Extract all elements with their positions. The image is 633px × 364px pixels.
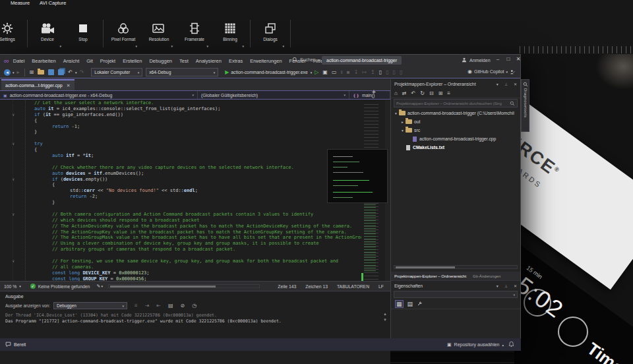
- undo-icon[interactable]: ↶: [68, 67, 73, 78]
- solution-explorer-header[interactable]: Projektmappen-Explorer – Ordneransicht ▾…: [391, 79, 520, 88]
- notifications-bell-icon[interactable]: [508, 341, 514, 348]
- eol-indicator[interactable]: LF: [378, 284, 384, 289]
- code-line[interactable]: {: [0, 147, 361, 153]
- tab-measure[interactable]: Measure: [11, 0, 30, 6]
- find-next-icon[interactable]: ⇥: [145, 303, 150, 309]
- search-box[interactable]: Suchen ▾: [292, 57, 319, 63]
- ribbon-button-settings[interactable]: Settings: [0, 18, 25, 49]
- run-without-debug-icon[interactable]: ▷: [315, 67, 318, 78]
- run-button[interactable]: ▶ action-command-broadcast-trigger.exe ▾: [225, 67, 313, 78]
- save-all-icon[interactable]: [58, 69, 64, 75]
- pin-icon[interactable]: ⊥: [504, 284, 508, 288]
- fold-chevron-icon[interactable]: ∨: [0, 141, 26, 147]
- ribbon-button-dialogs[interactable]: Dialogs▾: [253, 18, 288, 49]
- home-icon[interactable]: ⌂: [394, 90, 398, 96]
- ribbon-button-stop[interactable]: Stop: [65, 18, 101, 49]
- tree-item[interactable]: ▾action-command-broadcast-trigger (C:\Us…: [391, 109, 520, 117]
- menu-ansicht[interactable]: Ansicht: [63, 58, 80, 64]
- member-dropdown[interactable]: ❴❵ main(): [349, 91, 390, 99]
- clear-all-icon[interactable]: ⊘: [181, 303, 185, 309]
- categorized-icon[interactable]: ▦: [395, 300, 404, 308]
- tree-item[interactable]: action-command-broadcast-trigger.cpp: [391, 135, 520, 143]
- save-icon[interactable]: [48, 69, 54, 75]
- search-input[interactable]: [396, 102, 510, 106]
- code-line[interactable]: [0, 135, 361, 141]
- expand-all-icon[interactable]: ⊞: [438, 90, 443, 96]
- step-over-icon[interactable]: ↦: [362, 67, 367, 78]
- tree-expander-icon[interactable]: ▸: [400, 120, 405, 124]
- solution-explorer-search[interactable]: [394, 99, 518, 107]
- code-line[interactable]: }: [0, 129, 361, 135]
- close-tab-icon[interactable]: ✕: [67, 83, 71, 88]
- fold-chevron-icon[interactable]: ∨: [0, 177, 26, 183]
- code-line[interactable]: }: [0, 200, 361, 206]
- ribbon-button-binning[interactable]: Binning▾: [212, 18, 248, 49]
- tab-avi-capture[interactable]: AVI Capture: [40, 0, 66, 6]
- fold-chevron-icon[interactable]: ∨: [0, 258, 26, 264]
- code-line[interactable]: auto it = ic4_examples::console::select_…: [0, 106, 361, 112]
- code-line[interactable]: // Check whether there are any video cap…: [0, 165, 361, 171]
- editor-horizontal-scrollbar[interactable]: [108, 284, 260, 288]
- tree-item[interactable]: CMakeLists.txt: [391, 143, 520, 152]
- properties-object-select[interactable]: ▾: [394, 291, 518, 298]
- chevron-down-icon[interactable]: ▾: [75, 67, 77, 78]
- code-line[interactable]: ∨if (devices.empty()): [0, 177, 361, 183]
- new-file-icon[interactable]: ⊞: [30, 67, 34, 78]
- solution-explorer-scrollbar[interactable]: [394, 265, 518, 269]
- step-out-icon[interactable]: ↥: [371, 67, 375, 78]
- menu-bearbeiten[interactable]: Bearbeiten: [32, 58, 55, 64]
- more-options-icon[interactable]: ≡: [447, 90, 450, 96]
- refresh-icon[interactable]: ↻: [420, 90, 425, 96]
- find-prev-icon[interactable]: ⇤: [156, 303, 161, 309]
- navigate-back-icon[interactable]: ◂: [4, 69, 11, 76]
- tree-expander-icon[interactable]: ▾: [400, 129, 405, 133]
- menu-erstellen[interactable]: Erstellen: [123, 58, 142, 64]
- bookmark-clear-icon[interactable]: ▯: [400, 67, 402, 78]
- scope-dropdown[interactable]: (Globaler Gültigkeitsbereich) ▾: [198, 91, 349, 99]
- document-tab[interactable]: action-comma...t-trigger.cpp ✕: [1, 79, 75, 90]
- stop-debug-icon[interactable]: ■: [347, 67, 350, 78]
- chevron-down-icon[interactable]: ▾: [497, 284, 498, 288]
- bookmark-icon[interactable]: ▯: [379, 67, 382, 78]
- code-line[interactable]: [0, 206, 361, 212]
- select-repository-button[interactable]: ▣ Repository auswählen ▴: [447, 342, 504, 348]
- code-line[interactable]: // arbitrary groups of cameras that resp…: [0, 247, 361, 253]
- menu-projekt[interactable]: Projekt: [100, 58, 115, 64]
- panel-tab[interactable]: Projektmappen-Explorer – Ordneransicht: [394, 274, 466, 278]
- code-line[interactable]: [0, 159, 361, 165]
- tree-expander-icon[interactable]: ▾: [394, 111, 398, 115]
- code-line[interactable]: [0, 253, 361, 258]
- code-line[interactable]: // The ActionDeviceKey value in the broa…: [0, 224, 361, 229]
- target-machine-select[interactable]: Lokaler Computer▾: [91, 68, 142, 76]
- menu-erweiterungen[interactable]: Erweiterungen: [250, 58, 282, 64]
- problems-indicator[interactable]: ✓ Keine Probleme gefunden: [30, 284, 90, 289]
- close-icon[interactable]: ✕: [514, 284, 517, 288]
- menu-datei[interactable]: Datei: [13, 58, 25, 64]
- fold-chevron-icon[interactable]: ∨: [0, 212, 26, 218]
- tree-item[interactable]: ▾src: [391, 126, 520, 135]
- ribbon-button-device[interactable]: Device▾: [30, 18, 65, 49]
- output-source-select[interactable]: Debuggen▾: [53, 302, 127, 309]
- wrench-icon[interactable]: [417, 301, 423, 307]
- properties-header[interactable]: Eigenschaften ▾ ⊥ ✕: [391, 281, 520, 290]
- output-vertical-scrollbar[interactable]: ▲▼: [382, 311, 388, 328]
- menu-debuggen[interactable]: Debuggen: [149, 58, 172, 64]
- chevron-down-icon[interactable]: ▾: [13, 67, 15, 78]
- monitor-icon[interactable]: ▭: [332, 67, 337, 78]
- feedback-icon[interactable]: [5, 342, 11, 348]
- code-line[interactable]: // all cameras.: [0, 264, 361, 270]
- code-line[interactable]: {: [0, 182, 361, 188]
- github-copilot-button[interactable]: ◉ GitHub Copilot ▾: [467, 69, 515, 75]
- bookmark-next-icon[interactable]: ▯: [393, 67, 396, 78]
- menu-test[interactable]: Test: [179, 58, 189, 64]
- tree-item[interactable]: ▸out: [391, 117, 520, 126]
- ribbon-button-resolution[interactable]: Resolution▾: [141, 18, 177, 49]
- output-log[interactable]: Der Thread 'IC4.Device_Lost' (13304) hat…: [5, 313, 375, 324]
- project-dropdown[interactable]: ▣ action-command-broadcast-trigger.exe -…: [0, 91, 198, 99]
- wrap-icon[interactable]: ▤: [168, 303, 173, 309]
- alphabetical-icon[interactable]: ▤: [407, 301, 413, 307]
- code-line[interactable]: const long GROUP_KEY = 0x00000456;: [0, 276, 361, 281]
- step-into-icon[interactable]: ↧: [354, 67, 359, 78]
- code-line[interactable]: return -2;: [0, 194, 361, 200]
- code-line[interactable]: std::cerr << "No devices found!" << std:…: [0, 188, 361, 194]
